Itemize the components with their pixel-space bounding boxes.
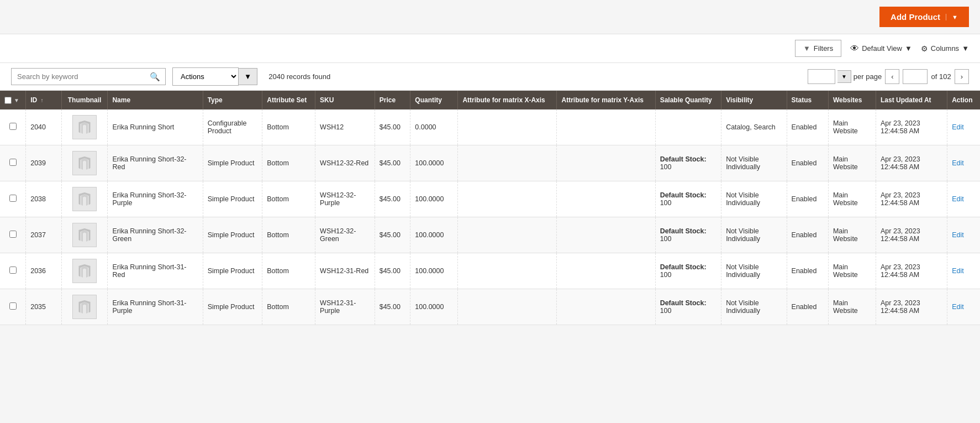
add-product-caret-icon[interactable]: ▼: [946, 14, 958, 20]
header-price[interactable]: Price: [375, 91, 410, 109]
actions-caret-button[interactable]: ▼: [239, 68, 257, 85]
per-page-input[interactable]: 20: [808, 69, 835, 84]
row-checkbox-cell: [0, 181, 26, 217]
row-action: Edit: [947, 145, 980, 181]
edit-link[interactable]: Edit: [952, 267, 964, 275]
header-visibility[interactable]: Visibility: [721, 91, 787, 109]
salable-label: Default Stock:: [660, 155, 707, 163]
row-thumbnail: [61, 253, 108, 289]
row-checkbox[interactable]: [9, 123, 17, 130]
header-action: Action: [947, 91, 980, 109]
magento-logo-icon: [76, 191, 93, 207]
row-checkbox[interactable]: [9, 267, 17, 274]
filters-button[interactable]: ▼ Filters: [795, 40, 841, 57]
row-salable: Default Stock: 100: [655, 253, 721, 289]
columns-button[interactable]: ⚙ Columns ▼: [921, 44, 969, 53]
per-page-caret-button[interactable]: ▼: [837, 70, 851, 83]
row-checkbox-cell: [0, 253, 26, 289]
actions-select[interactable]: Actions: [172, 67, 239, 86]
row-checkbox[interactable]: [9, 302, 17, 310]
header-type[interactable]: Type: [203, 91, 262, 109]
row-attr-x: [458, 109, 557, 145]
row-checkbox[interactable]: [9, 195, 17, 202]
row-checkbox[interactable]: [9, 159, 17, 166]
row-price: $45.00: [375, 253, 410, 289]
columns-label: Columns: [931, 44, 959, 53]
edit-link[interactable]: Edit: [952, 303, 964, 311]
header-attr-y[interactable]: Attribute for matrix Y-Axis: [557, 91, 655, 109]
edit-link[interactable]: Edit: [952, 159, 964, 167]
row-checkbox-cell: [0, 289, 26, 325]
row-name: Erika Running Short-31-Red: [108, 253, 203, 289]
row-thumbnail: [61, 217, 108, 253]
header-sku[interactable]: SKU: [315, 91, 375, 109]
edit-link[interactable]: Edit: [952, 123, 964, 131]
row-action: Edit: [947, 109, 980, 145]
row-action: Edit: [947, 289, 980, 325]
row-sku: WSH12-32-Green: [315, 217, 375, 253]
default-view-button[interactable]: 👁 Default View ▼: [850, 44, 912, 54]
row-updated-at: Apr 23, 2023 12:44:58 AM: [876, 253, 947, 289]
magento-logo-icon: [76, 227, 93, 243]
thumbnail-image: [72, 259, 97, 283]
table-row: 2035Erika Running Short-31-PurpleSimple …: [0, 289, 980, 325]
per-page-label: per page: [853, 72, 882, 81]
columns-caret-icon: ▼: [962, 44, 969, 53]
row-visibility: Not Visible Individually: [721, 145, 787, 181]
add-product-button[interactable]: Add Product ▼: [879, 7, 969, 27]
header-quantity[interactable]: Quantity: [410, 91, 458, 109]
row-type: Simple Product: [203, 289, 262, 325]
row-action: Edit: [947, 181, 980, 217]
next-page-button[interactable]: ›: [955, 69, 969, 84]
row-sku: WSH12-31-Red: [315, 253, 375, 289]
row-websites: Main Website: [828, 109, 876, 145]
header-checkbox-col: ▼: [0, 91, 26, 109]
row-websites: Main Website: [828, 253, 876, 289]
row-attr-x: [458, 217, 557, 253]
search-input[interactable]: [11, 68, 166, 85]
row-thumbnail: [61, 181, 108, 217]
row-status: Enabled: [787, 289, 828, 325]
row-websites: Main Website: [828, 217, 876, 253]
row-attr-y: [557, 109, 655, 145]
row-attr-x: [458, 145, 557, 181]
row-attribute-set: Bottom: [262, 109, 315, 145]
header-status[interactable]: Status: [787, 91, 828, 109]
row-type: Configurable Product: [203, 109, 262, 145]
salable-label: Default Stock:: [660, 191, 707, 199]
row-salable: [655, 109, 721, 145]
header-attribute-set[interactable]: Attribute Set: [262, 91, 315, 109]
row-checkbox[interactable]: [9, 231, 17, 238]
magento-logo-icon: [76, 263, 93, 279]
row-id: 2037: [26, 217, 62, 253]
total-pages-value: 102: [939, 72, 951, 81]
prev-page-button[interactable]: ‹: [885, 69, 899, 84]
header-updated-at[interactable]: Last Updated At: [876, 91, 947, 109]
row-quantity: 100.0000: [410, 181, 458, 217]
row-status: Enabled: [787, 217, 828, 253]
header-thumbnail: Thumbnail: [61, 91, 108, 109]
header-salable[interactable]: Salable Quantity: [655, 91, 721, 109]
edit-link[interactable]: Edit: [952, 195, 964, 203]
total-pages-label: of 102: [931, 72, 951, 81]
edit-link[interactable]: Edit: [952, 231, 964, 239]
row-price: $45.00: [375, 289, 410, 325]
row-attr-x: [458, 289, 557, 325]
row-visibility: Not Visible Individually: [721, 181, 787, 217]
header-websites[interactable]: Websites: [828, 91, 876, 109]
select-all-checkbox[interactable]: [4, 97, 12, 104]
header-id[interactable]: ID ↑: [26, 91, 62, 109]
row-price: $45.00: [375, 181, 410, 217]
header-name[interactable]: Name: [108, 91, 203, 109]
row-salable: Default Stock: 100: [655, 289, 721, 325]
search-box: 🔍: [11, 68, 166, 85]
header-attr-x[interactable]: Attribute for matrix X-Axis: [458, 91, 557, 109]
default-view-label: Default View: [862, 44, 902, 53]
row-name: Erika Running Short-32-Green: [108, 217, 203, 253]
select-all-caret-icon[interactable]: ▼: [14, 97, 19, 103]
row-websites: Main Website: [828, 289, 876, 325]
page-number-input[interactable]: 1: [903, 69, 928, 84]
row-type: Simple Product: [203, 181, 262, 217]
row-type: Simple Product: [203, 145, 262, 181]
table-row: 2039Erika Running Short-32-RedSimple Pro…: [0, 145, 980, 181]
